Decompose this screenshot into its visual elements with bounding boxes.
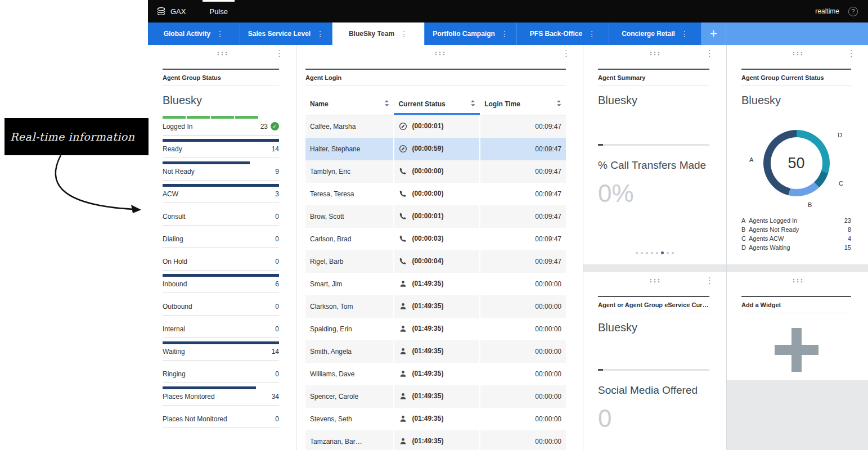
table-row[interactable]: Tamblyn, Eric(00:00:00)00:09:47	[305, 160, 566, 183]
table-row[interactable]: Smart, Jim(01:49:35)00:00:00	[305, 273, 566, 295]
status-duration: (00:00:01)	[412, 212, 443, 220]
drag-handle-icon[interactable]	[650, 51, 660, 56]
person-icon	[399, 302, 407, 310]
login-time: 00:00:00	[480, 340, 566, 363]
drag-handle-icon[interactable]	[793, 278, 803, 283]
stat-bar	[163, 139, 279, 142]
table-row[interactable]: Williams, Dave(01:49:35)00:00:00	[305, 363, 566, 385]
table-row[interactable]: Teresa, Teresa(00:00:00)00:09:47	[305, 183, 566, 205]
tab-menu-icon[interactable]: ⋮	[501, 29, 509, 38]
table-row[interactable]: Calfee, Marsha(00:00:01)00:09:47	[305, 115, 566, 138]
drag-handle-icon[interactable]	[217, 51, 227, 56]
pagination-dot[interactable]	[667, 252, 669, 254]
pagination-dot[interactable]	[672, 252, 674, 254]
screen: GAX Pulse realtime ? Global Activity⋮Sal…	[0, 0, 868, 450]
column-header-current-status[interactable]: Current Status	[394, 93, 480, 115]
stat-value: 14	[272, 145, 279, 153]
widget-menu-icon[interactable]: ⋮	[562, 48, 570, 58]
pagination-dot[interactable]	[641, 252, 643, 254]
sort-icon[interactable]	[470, 100, 475, 109]
tab-menu-icon[interactable]: ⋮	[588, 29, 596, 38]
status-duration: (01:49:35)	[412, 325, 443, 332]
table-row[interactable]: Smith, Angela(01:49:35)00:00:00	[305, 340, 566, 363]
column-header-label: Name	[310, 100, 329, 108]
table-row[interactable]: Stevens, Seth(01:49:35)00:00:00	[305, 408, 566, 430]
tab-label: PFS Back-Office	[530, 30, 582, 38]
stat-bar	[163, 386, 256, 389]
tab-menu-icon[interactable]: ⋮	[681, 29, 689, 38]
stat-bar	[163, 184, 279, 187]
stat-label: Dialing	[163, 235, 183, 243]
column-header-name[interactable]: Name	[305, 93, 394, 115]
dashboard: ⋮ Agent Group Status Bluesky Logged In23…	[148, 45, 868, 450]
widget-menu-icon[interactable]: ⋮	[705, 48, 714, 58]
tab-portfolio-campaign[interactable]: Portfolio Campaign⋮	[425, 22, 517, 45]
stat-label: Outbound	[163, 303, 192, 310]
table-row[interactable]: Tamzarian, Bar…(01:49:35)00:00:00	[305, 430, 566, 450]
drag-handle-icon[interactable]	[435, 51, 445, 56]
status-duration: (00:00:01)	[412, 122, 443, 130]
widget-agent-group-current-status: ⋮ Agent Group Current Status Bluesky A D…	[727, 45, 868, 264]
tab-concierge-retail[interactable]: Concierge Retail⋮	[609, 22, 701, 45]
stat-value: 6	[275, 280, 279, 288]
agent-login-table: NameCurrent StatusLogin Time Calfee, Mar…	[305, 93, 566, 450]
drag-handle-icon[interactable]	[793, 51, 803, 56]
tab-global-activity[interactable]: Global Activity⋮	[148, 22, 240, 45]
tab-menu-icon[interactable]: ⋮	[400, 29, 408, 38]
stat-label: Not Ready	[163, 168, 195, 176]
gax-brand[interactable]: GAX	[148, 6, 190, 17]
widget-menu-icon[interactable]: ⋮	[275, 48, 284, 58]
phone-icon	[399, 212, 407, 220]
stat-bar	[163, 206, 279, 209]
widget-subtitle: Bluesky	[598, 321, 709, 334]
pagination-dot[interactable]	[656, 252, 658, 254]
tab-sales-service-level[interactable]: Sales Service Level⋮	[240, 22, 332, 45]
table-row[interactable]: Clarkson, Tom(01:49:35)00:00:00	[305, 295, 566, 318]
table-row[interactable]: Rigel, Barb(00:00:04)00:09:47	[305, 250, 566, 273]
table-row[interactable]: Spalding, Erin(01:49:35)00:00:00	[305, 318, 566, 340]
legend-key: A	[741, 216, 749, 225]
status-duration: (00:00:03)	[412, 235, 443, 242]
tab-menu-icon[interactable]: ⋮	[216, 29, 224, 38]
sort-icon[interactable]	[384, 100, 389, 109]
stat-label: Places Monitored	[163, 393, 215, 400]
agent-name: Spalding, Erin	[305, 318, 394, 340]
table-row[interactable]: Spencer, Carole(01:49:35)00:00:00	[305, 385, 566, 408]
widget-title: Agent or Agent Group eService Current…	[598, 296, 709, 313]
metric-divider	[598, 144, 709, 146]
acw-icon	[399, 122, 407, 130]
login-time: 00:09:47	[480, 160, 566, 183]
table-row[interactable]: Carlson, Brad(00:00:03)00:09:47	[305, 228, 566, 250]
stat-label: Ringing	[163, 370, 186, 378]
legend-key: C	[741, 234, 749, 243]
table-row[interactable]: Brow, Scott(00:00:01)00:09:47	[305, 205, 566, 228]
add-tab-button[interactable]: +	[701, 22, 726, 45]
widget-title: Agent Login	[305, 69, 566, 86]
legend-row: AAgents Logged In23	[741, 216, 851, 225]
status-duration: (01:49:35)	[412, 392, 443, 400]
stat-label: Places Not Monitored	[163, 415, 227, 423]
sort-icon[interactable]	[556, 100, 561, 109]
help-icon[interactable]: ?	[848, 7, 858, 16]
tab-pfs-back-office[interactable]: PFS Back-Office⋮	[517, 22, 609, 45]
pulse-nav-tab[interactable]: Pulse	[203, 0, 235, 22]
pagination-dot[interactable]	[661, 251, 664, 254]
genesys-logo-icon	[156, 6, 167, 17]
widget-menu-icon[interactable]: ⋮	[847, 48, 856, 58]
tab-menu-icon[interactable]: ⋮	[316, 29, 324, 38]
widget-agent-summary: ⋮ Agent Summary Bluesky % Call Transfers…	[583, 45, 726, 264]
tab-bluesky-team[interactable]: BlueSky Team⋮	[332, 22, 425, 45]
widget-menu-icon[interactable]: ⋮	[705, 276, 714, 286]
table-row[interactable]: Halter, Stephane(00:00:59)00:09:47	[305, 138, 566, 160]
pagination-dot[interactable]	[651, 252, 653, 254]
add-widget-plus-icon[interactable]	[775, 328, 818, 372]
column-header-login-time[interactable]: Login Time	[480, 93, 566, 115]
status-duration: (01:49:35)	[412, 280, 443, 287]
pagination-dot[interactable]	[646, 252, 648, 254]
widget-eservice-status: ⋮ Agent or Agent Group eService Current……	[583, 272, 726, 450]
tab-label: Portfolio Campaign	[433, 30, 495, 38]
drag-handle-icon[interactable]	[650, 278, 660, 283]
widget-subtitle: Bluesky	[741, 94, 851, 107]
pagination-dot[interactable]	[636, 252, 638, 254]
stat-value: 34	[272, 393, 279, 400]
